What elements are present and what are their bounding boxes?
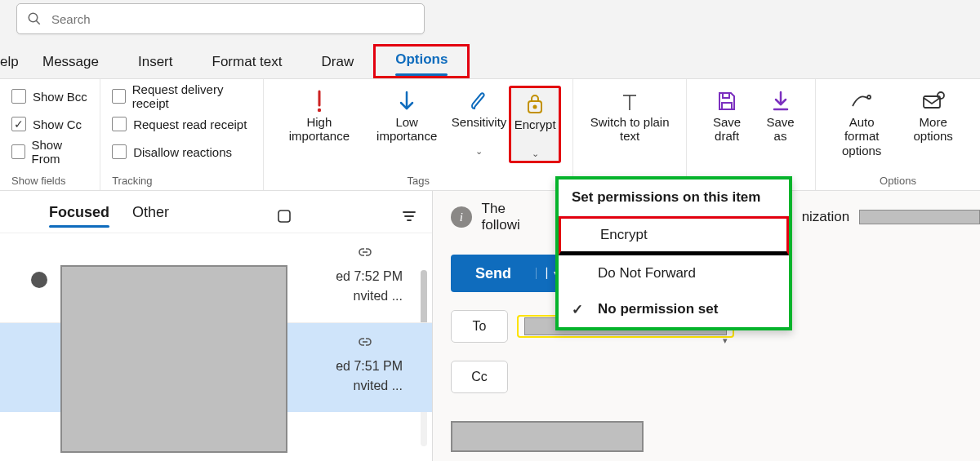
dropdown-item-do-not-forward[interactable]: Do Not Forward bbox=[559, 255, 789, 291]
tab-draw[interactable]: Draw bbox=[301, 49, 373, 78]
label: Show Cc bbox=[33, 117, 82, 131]
switch-plain-text-button[interactable]: Switch to plain text bbox=[585, 86, 675, 146]
select-mode-icon[interactable] bbox=[274, 206, 294, 226]
save-draft-button[interactable]: Save draft bbox=[698, 86, 755, 146]
redacted-area bbox=[60, 265, 287, 453]
svg-rect-15 bbox=[278, 211, 290, 222]
svg-rect-9 bbox=[722, 103, 732, 109]
label: Show From bbox=[32, 138, 89, 166]
label: Request read receipt bbox=[133, 117, 247, 131]
focused-tab[interactable]: Focused bbox=[49, 204, 109, 228]
mail-gear-icon bbox=[921, 87, 946, 115]
svg-point-2 bbox=[318, 109, 321, 112]
chevron-down-icon: ⌄ bbox=[532, 148, 539, 159]
label: Show Bcc bbox=[33, 90, 87, 104]
show-from-checkbox[interactable]: Show From bbox=[11, 141, 88, 162]
search-box[interactable] bbox=[16, 3, 425, 34]
message-time: ed 7:52 PM bbox=[336, 269, 403, 284]
dropdown-title: Set permissions on this item bbox=[559, 180, 789, 216]
brush-icon bbox=[468, 87, 491, 115]
dropdown-item-no-permission[interactable]: ✓ No permission set bbox=[559, 291, 789, 327]
auto-format-options-button[interactable]: Auto format options bbox=[827, 86, 896, 159]
show-bcc-checkbox[interactable]: Show Bcc bbox=[11, 86, 88, 107]
high-importance-button[interactable]: High importance bbox=[275, 86, 363, 146]
svg-point-14 bbox=[938, 92, 944, 99]
label: More options bbox=[901, 115, 965, 144]
low-importance-button[interactable]: Low importance bbox=[364, 86, 449, 146]
save-as-button[interactable]: Save as bbox=[757, 86, 804, 146]
tab-help[interactable]: elp bbox=[0, 49, 23, 78]
filter-icon[interactable] bbox=[399, 206, 419, 226]
label: Low importance bbox=[368, 115, 446, 144]
send-label: Send bbox=[451, 265, 536, 282]
tab-options[interactable]: Options bbox=[373, 44, 470, 78]
exclamation-icon bbox=[311, 87, 327, 115]
label: Encrypt bbox=[514, 117, 556, 147]
tab-message[interactable]: Message bbox=[23, 49, 118, 78]
lock-icon bbox=[523, 90, 546, 117]
read-receipt-checkbox[interactable]: Request read receipt bbox=[112, 113, 252, 135]
svg-point-0 bbox=[29, 13, 38, 22]
redacted-area bbox=[451, 421, 644, 452]
tab-insert[interactable]: Insert bbox=[118, 49, 193, 78]
svg-rect-13 bbox=[924, 96, 940, 108]
ribbon: Show Bcc Show Cc Show From Show fields R… bbox=[0, 78, 980, 191]
group-label-options: Options bbox=[880, 173, 916, 187]
message-time: ed 7:51 PM bbox=[336, 359, 403, 374]
label: Save draft bbox=[702, 115, 752, 144]
ribbon-tabs: elp Message Insert Format text Draw Opti… bbox=[0, 36, 980, 78]
svg-point-12 bbox=[867, 95, 871, 99]
label: Save as bbox=[760, 115, 800, 144]
label: No permission set bbox=[598, 301, 718, 317]
group-label-tracking: Tracking bbox=[112, 173, 152, 187]
svg-point-5 bbox=[534, 106, 537, 109]
link-icon bbox=[357, 246, 373, 258]
search-icon bbox=[27, 11, 42, 26]
text-icon bbox=[618, 87, 641, 115]
arrow-down-icon bbox=[397, 87, 416, 115]
autoformat-icon bbox=[849, 87, 874, 115]
search-input[interactable] bbox=[50, 11, 414, 27]
delivery-receipt-checkbox[interactable]: Request delivery receipt bbox=[112, 86, 252, 107]
message-preview: nvited ... bbox=[354, 289, 403, 304]
label: Sensitivity bbox=[452, 115, 507, 144]
label: Auto format options bbox=[831, 115, 893, 157]
save-icon bbox=[716, 87, 737, 115]
more-options-button[interactable]: More options bbox=[898, 86, 969, 146]
svg-rect-8 bbox=[723, 93, 729, 98]
info-icon: i bbox=[451, 206, 472, 228]
info-text-tail: nization bbox=[802, 209, 850, 225]
check-icon: ✓ bbox=[572, 301, 583, 318]
message-list-pane: Focused Other ed 7:52 PM nvited ... ed 7… bbox=[0, 191, 433, 461]
download-icon bbox=[771, 87, 791, 115]
encrypt-dropdown: Set permissions on this item Encrypt Do … bbox=[555, 176, 792, 330]
label: High importance bbox=[278, 115, 359, 144]
other-tab[interactable]: Other bbox=[132, 204, 169, 228]
label: Disallow reactions bbox=[133, 145, 232, 159]
tab-format-text[interactable]: Format text bbox=[193, 49, 302, 78]
link-icon bbox=[357, 336, 373, 348]
chevron-down-icon: ⌄ bbox=[475, 146, 483, 157]
label: Request delivery receipt bbox=[132, 82, 252, 110]
group-label-tags: Tags bbox=[408, 173, 430, 187]
info-text: The followi bbox=[482, 201, 547, 233]
svg-line-1 bbox=[36, 20, 40, 24]
to-button[interactable]: To bbox=[451, 310, 508, 343]
cc-button[interactable]: Cc bbox=[451, 361, 508, 393]
disallow-reactions-checkbox[interactable]: Disallow reactions bbox=[112, 141, 252, 162]
send-button[interactable]: Send ▏▾ bbox=[451, 255, 568, 292]
label: Switch to plain text bbox=[588, 115, 671, 144]
message-preview: nvited ... bbox=[354, 379, 403, 393]
group-label-show-fields: Show fields bbox=[11, 173, 65, 187]
dropdown-item-encrypt[interactable]: Encrypt bbox=[559, 216, 789, 255]
encrypt-button[interactable]: Encrypt ⌄ bbox=[509, 86, 561, 163]
show-cc-checkbox[interactable]: Show Cc bbox=[11, 113, 88, 135]
sensitivity-button[interactable]: Sensitivity ⌄ bbox=[451, 86, 507, 158]
redacted-area bbox=[859, 210, 980, 224]
